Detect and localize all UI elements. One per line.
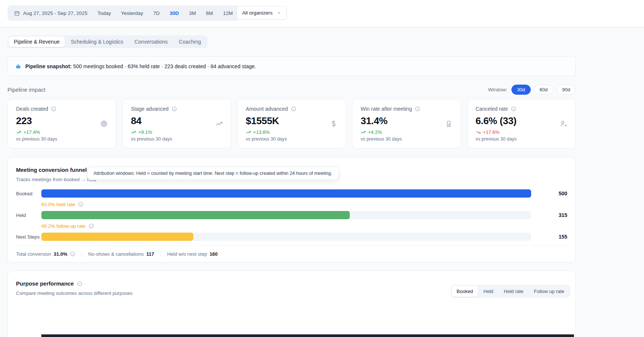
snapshot-label: Pipeline snapshot: bbox=[25, 63, 72, 69]
info-icon[interactable] bbox=[415, 106, 420, 111]
trending-up-icon bbox=[361, 130, 366, 135]
preset-today[interactable]: Today bbox=[98, 10, 111, 16]
pipeline-impact-title: Pipeline impact bbox=[7, 86, 45, 93]
stat-value: 117 bbox=[146, 251, 154, 257]
card-change: +9.1% bbox=[131, 129, 222, 135]
card-stage-advanced: Stage advanced 84 +9.1% vs previous 30 d… bbox=[122, 99, 231, 148]
bar-track bbox=[41, 211, 531, 219]
preset-6m[interactable]: 6M bbox=[206, 10, 213, 16]
bar-value: 155 bbox=[531, 234, 567, 240]
funnel-row-held: Held 315 bbox=[16, 211, 567, 219]
info-icon[interactable] bbox=[172, 106, 177, 111]
stat-held-wo-next-step: Held w/o next step 160 bbox=[167, 251, 218, 257]
preset-30d[interactable]: 30D bbox=[169, 10, 179, 16]
metric-cards-row: Deals created 223 +17.4% vs previous 30 … bbox=[7, 99, 576, 148]
target-icon bbox=[100, 120, 108, 127]
stat-value: 31.0% bbox=[54, 251, 67, 257]
card-change: +4.2% bbox=[361, 129, 452, 135]
trending-up-icon bbox=[131, 130, 136, 135]
tab-pipeline-revenue[interactable]: Pipeline & Revenue bbox=[9, 37, 65, 47]
funnel-divider bbox=[16, 245, 567, 246]
trending-up-icon bbox=[246, 130, 251, 135]
bar-label: Held bbox=[16, 212, 41, 218]
card-change: +17.6% bbox=[476, 129, 567, 135]
card-title-row: Stage advanced bbox=[131, 106, 222, 112]
bar-label: Booked bbox=[16, 191, 41, 196]
bar-value: 500 bbox=[531, 190, 567, 196]
stat-label: Held w/o next step bbox=[167, 251, 207, 257]
preset-yesterday[interactable]: Yesterday bbox=[121, 10, 143, 16]
preset-7d[interactable]: 7D bbox=[153, 10, 159, 16]
trending-down-icon bbox=[476, 130, 481, 135]
card-subtext: vs previous 30 days bbox=[16, 136, 108, 142]
attribution-tooltip: Attribution windows: Held = counted by m… bbox=[87, 167, 339, 180]
card-value: 6.6% (33) bbox=[476, 115, 567, 127]
card-value: 223 bbox=[16, 115, 108, 127]
card-title-row: Canceled rate bbox=[476, 106, 567, 112]
meeting-conversion-funnel-card: Meeting conversion funnel Tracks meeting… bbox=[7, 157, 576, 262]
change-value: +9.1% bbox=[138, 129, 152, 135]
card-subtext: vs previous 30 days bbox=[476, 136, 567, 142]
user-x-icon bbox=[560, 120, 567, 127]
info-icon[interactable] bbox=[89, 223, 94, 229]
award-icon bbox=[445, 120, 453, 127]
card-change: +13.6% bbox=[246, 129, 337, 135]
card-title: Deals created bbox=[16, 106, 48, 112]
card-title-row: Win rate after meeting bbox=[361, 106, 452, 112]
follow-up-rate-text: 49.2% follow-up rate bbox=[41, 223, 86, 229]
info-icon[interactable] bbox=[51, 106, 56, 111]
chevron-down-icon bbox=[277, 11, 281, 15]
window-label: Window: bbox=[488, 87, 507, 92]
tab-scheduling-logistics[interactable]: Scheduling & Logistics bbox=[66, 37, 129, 47]
toggle-booked[interactable]: Booked bbox=[452, 286, 478, 297]
follow-up-rate-row: 49.2% follow-up rate bbox=[41, 222, 567, 230]
card-subtext: vs previous 30 days bbox=[361, 136, 452, 142]
next-steps-bar bbox=[41, 233, 193, 241]
date-filter-bar: Aug 27, 2025 - Sep 27, 2025 Today Yester… bbox=[7, 5, 239, 21]
card-deals-created: Deals created 223 +17.4% vs previous 30 … bbox=[7, 99, 116, 148]
funnel-row-booked: Booked 500 bbox=[16, 189, 567, 198]
window-90d-button[interactable]: 90d bbox=[556, 85, 576, 95]
info-icon[interactable] bbox=[77, 281, 82, 286]
tab-conversations[interactable]: Conversations bbox=[129, 37, 173, 47]
date-range-label: Aug 27, 2025 - Sep 27, 2025 bbox=[23, 10, 88, 16]
card-change: +17.4% bbox=[16, 129, 108, 135]
info-icon[interactable] bbox=[78, 202, 83, 207]
date-range-picker[interactable]: Aug 27, 2025 - Sep 27, 2025 bbox=[14, 10, 88, 16]
pipeline-impact-header: Pipeline impact Window: 30d 60d 90d bbox=[7, 85, 576, 95]
trending-up-icon bbox=[215, 120, 223, 127]
window-60d-button[interactable]: 60d bbox=[534, 85, 553, 95]
card-title: Stage advanced bbox=[131, 106, 168, 112]
card-value: 84 bbox=[131, 115, 222, 127]
info-icon[interactable] bbox=[511, 106, 516, 111]
purpose-chart-partial bbox=[41, 334, 574, 337]
toggle-held-rate[interactable]: Held rate bbox=[499, 286, 529, 297]
toggle-follow-up-rate[interactable]: Follow up rate bbox=[529, 286, 569, 297]
card-canceled-rate: Canceled rate 6.6% (33) +17.6% vs previo… bbox=[467, 99, 576, 148]
bar-track bbox=[41, 189, 531, 198]
card-title-row: Deals created bbox=[16, 106, 108, 112]
stat-value: 160 bbox=[210, 251, 218, 257]
preset-3m[interactable]: 3M bbox=[189, 10, 196, 16]
tab-coaching[interactable]: Coaching bbox=[174, 37, 206, 47]
purpose-metric-toggle-group: Booked Held Held rate Follow up rate bbox=[451, 285, 570, 298]
held-rate-text: 63.0% held rate bbox=[41, 202, 75, 207]
ai-bot-icon bbox=[15, 63, 21, 69]
report-tabs: Pipeline & Revenue Scheduling & Logistic… bbox=[7, 35, 207, 48]
funnel-rows: Booked 500 63.0% held rate Held 315 49.2… bbox=[16, 189, 567, 241]
preset-12m[interactable]: 12M bbox=[223, 10, 233, 16]
trending-up-icon bbox=[16, 130, 21, 135]
window-30d-button[interactable]: 30d bbox=[511, 85, 531, 95]
organizer-filter-dropdown[interactable]: All organizers bbox=[237, 6, 287, 20]
change-value: +17.6% bbox=[483, 129, 499, 135]
snapshot-text: Pipeline snapshot: 500 meetings booked ·… bbox=[25, 63, 256, 69]
stat-separator bbox=[161, 251, 161, 257]
toggle-held[interactable]: Held bbox=[479, 286, 498, 297]
stat-label: No-shows & cancellations bbox=[88, 251, 144, 257]
purpose-title: Purpose performance bbox=[16, 280, 74, 287]
info-icon[interactable] bbox=[291, 106, 296, 111]
bar-value: 315 bbox=[531, 212, 567, 218]
card-title-row: Amount advanced bbox=[246, 106, 337, 112]
info-icon[interactable] bbox=[70, 251, 75, 256]
stat-label: Total conversion bbox=[16, 251, 51, 257]
